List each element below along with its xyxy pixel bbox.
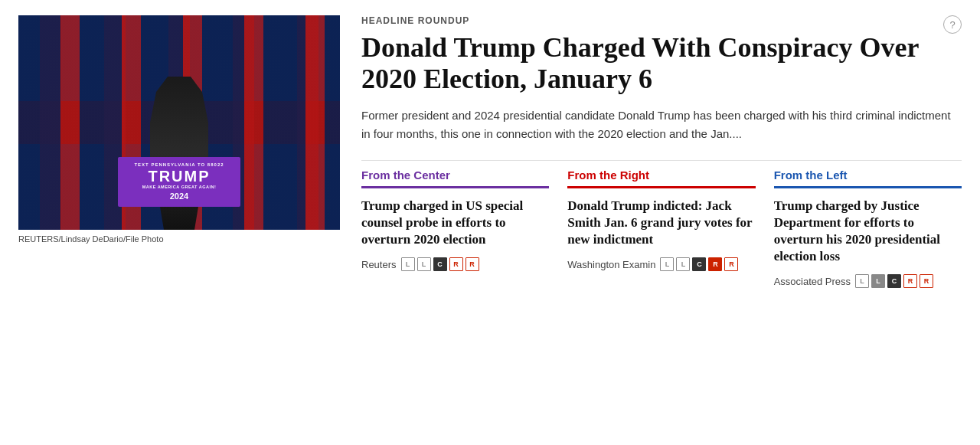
image-column: TEXT PENNSYLVANIA TO 88022 TRUMP MAKE AM… (18, 15, 340, 288)
rating-box-L1r[interactable]: L (660, 257, 674, 271)
rating-box-R2r[interactable]: R (724, 257, 738, 271)
left-headline[interactable]: Trump charged by Justice Department for … (774, 198, 962, 265)
podium-line4: 2024 (127, 191, 231, 202)
rating-box-R1[interactable]: R (449, 257, 463, 271)
rating-box-L2[interactable]: L (417, 257, 431, 271)
right-rating-boxes: L L C R R (660, 257, 738, 271)
podium-line1: TEXT PENNSYLVANIA TO 88022 (127, 162, 231, 168)
rating-box-R1r[interactable]: R (708, 257, 722, 271)
content-column: ? HEADLINE ROUNDUP Donald Trump Charged … (361, 15, 962, 288)
page-container: TEXT PENNSYLVANIA TO 88022 TRUMP MAKE AM… (18, 15, 962, 288)
help-icon[interactable]: ? (943, 15, 962, 34)
right-header: From the Right (567, 161, 755, 188)
rating-box-Cr[interactable]: C (692, 257, 706, 271)
center-header: From the Center (361, 161, 549, 188)
right-headline[interactable]: Donald Trump indicted: Jack Smith Jan. 6… (567, 198, 755, 248)
right-source: Washington Examin (567, 259, 655, 270)
rating-box-R1l[interactable]: R (903, 274, 917, 288)
right-source-row: Washington Examin L L C R R (567, 257, 755, 271)
perspectives-row: From the Center Trump charged in US spec… (361, 160, 962, 288)
rating-box-L1l[interactable]: L (855, 274, 869, 288)
main-image: TEXT PENNSYLVANIA TO 88022 TRUMP MAKE AM… (18, 15, 340, 230)
main-headline: Donald Trump Charged With Conspiracy Ove… (361, 32, 962, 96)
podium-line3: MAKE AMERICA GREAT AGAIN! (127, 185, 231, 191)
rating-box-R2[interactable]: R (466, 257, 479, 271)
rating-box-L1[interactable]: L (401, 257, 415, 271)
podium-sign: TEXT PENNSYLVANIA TO 88022 TRUMP MAKE AM… (118, 157, 240, 207)
center-headline[interactable]: Trump charged in US special counsel prob… (361, 198, 549, 248)
rating-box-Cl[interactable]: C (887, 274, 901, 288)
left-source: Associated Press (774, 276, 851, 287)
image-credit: REUTERS/Lindsay DeDario/File Photo (18, 234, 340, 244)
perspective-right: From the Right Donald Trump indicted: Ja… (567, 161, 773, 288)
perspective-center: From the Center Trump charged in US spec… (361, 161, 567, 288)
left-source-row: Associated Press L L C R R (774, 274, 962, 288)
rating-box-L2l[interactable]: L (871, 274, 885, 288)
rating-box-L2r[interactable]: L (676, 257, 690, 271)
left-rating-boxes: L L C R R (855, 274, 933, 288)
rating-box-C[interactable]: C (433, 257, 447, 271)
section-label: HEADLINE ROUNDUP (361, 15, 962, 26)
center-source-row: Reuters L L C R R (361, 257, 549, 271)
perspective-left: From the Left Trump charged by Justice D… (774, 161, 962, 288)
left-header: From the Left (774, 161, 962, 188)
main-summary: Former president and 2024 presidential c… (361, 106, 962, 143)
rating-box-R2l[interactable]: R (920, 274, 933, 288)
center-rating-boxes: L L C R R (401, 257, 479, 271)
center-source: Reuters (361, 259, 397, 270)
podium-line2: TRUMP (127, 168, 231, 185)
